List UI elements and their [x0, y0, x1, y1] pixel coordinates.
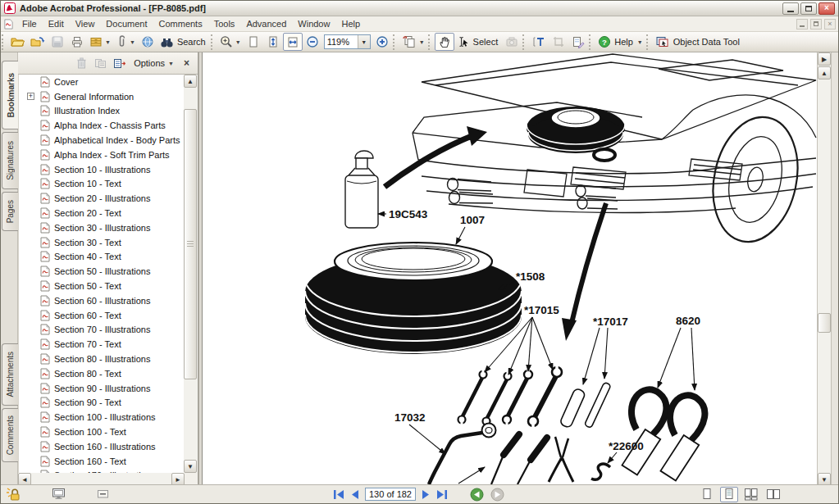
doc-restore-button[interactable]: [810, 19, 822, 30]
page-indicator[interactable]: 130 of 182: [365, 488, 416, 501]
panel-close-button[interactable]: ×: [181, 57, 192, 69]
zoom-tool-button[interactable]: ▼: [217, 33, 244, 51]
print-button[interactable]: [67, 33, 87, 51]
tab-comments[interactable]: Comments: [2, 408, 18, 462]
bookmark-item[interactable]: + Section 160 - Text: [19, 454, 185, 469]
menu-item[interactable]: Help: [335, 16, 366, 31]
last-page-button[interactable]: [435, 489, 449, 500]
bookmark-item[interactable]: + Section 10 - Text: [19, 177, 185, 192]
menu-item[interactable]: File: [16, 16, 43, 31]
collapse-pane-button[interactable]: ▶: [818, 52, 831, 66]
document-vertical-scrollbar[interactable]: ▶ ▲ ▼: [817, 52, 831, 486]
close-button[interactable]: ×: [818, 2, 835, 15]
continuous-layout-button[interactable]: [720, 487, 738, 502]
email-button[interactable]: [138, 33, 157, 51]
zoom-level-dropdown-arrow[interactable]: ▼: [358, 35, 370, 48]
menu-item[interactable]: Edit: [43, 16, 70, 31]
bookmark-item[interactable]: + Section 90 - Illustrations: [19, 381, 185, 396]
security-lock-icon[interactable]: [6, 487, 21, 502]
fit-page-button[interactable]: [263, 33, 283, 51]
bookmark-item[interactable]: + Section 160 - Illustrations: [19, 439, 185, 454]
tab-attachments[interactable]: Attachments: [2, 343, 18, 406]
touchup-text-button[interactable]: [529, 33, 549, 51]
facing-layout-button[interactable]: [764, 487, 782, 502]
bookmark-item[interactable]: + Alphabetical Index - Body Parts: [19, 133, 185, 148]
bookmark-item[interactable]: + Section 70 - Illustrations: [19, 323, 185, 338]
scroll-thumb[interactable]: [818, 313, 831, 333]
expand-bookmarks-button[interactable]: [93, 57, 107, 70]
create-pdf-button[interactable]: [28, 33, 48, 51]
zoom-in-button[interactable]: [372, 33, 392, 51]
bookmark-item[interactable]: + Section 90 - Text: [19, 396, 185, 411]
options-dropdown[interactable]: Options ▼: [131, 57, 176, 69]
bookmark-item[interactable]: + Section 60 - Illustrations: [19, 293, 185, 308]
toolbar-grip[interactable]: [2, 34, 7, 50]
toolbar-grip[interactable]: [589, 34, 595, 50]
select-tool-button[interactable]: Select: [454, 33, 503, 51]
page-size-icon[interactable]: [52, 488, 66, 502]
menu-item[interactable]: Window: [292, 16, 335, 31]
tab-bookmarks[interactable]: Bookmarks: [2, 61, 19, 129]
snapshot-tool-button[interactable]: [502, 33, 522, 51]
next-page-button[interactable]: [421, 489, 430, 500]
menu-item[interactable]: Document: [100, 16, 153, 31]
restore-button[interactable]: [800, 2, 817, 15]
next-view-button[interactable]: [490, 488, 504, 502]
bookmark-expander-icon[interactable]: +: [27, 93, 34, 100]
doc-minimize-button[interactable]: [796, 19, 808, 30]
bookmark-item[interactable]: + Section 20 - Text: [19, 206, 185, 220]
zoom-out-button[interactable]: [303, 33, 322, 51]
bookmark-item[interactable]: + Section 20 - Illustrations: [19, 191, 185, 206]
page-option-icon[interactable]: [97, 488, 109, 501]
toolbar-grip[interactable]: [646, 34, 652, 50]
help-button[interactable]: ? Help ▼: [595, 33, 645, 51]
organizer-button[interactable]: ▼: [87, 33, 113, 51]
scroll-thumb[interactable]: [184, 109, 197, 379]
object-data-tool-button[interactable]: Object Data Tool: [653, 33, 744, 51]
toolbar-grip[interactable]: [211, 34, 217, 50]
bookmark-item[interactable]: + Section 30 - Illustrations: [19, 220, 185, 235]
attach-dropdown-arrow[interactable]: ▼: [130, 39, 135, 45]
bookmark-item[interactable]: + Section 60 - Text: [19, 308, 185, 323]
bookmark-item[interactable]: + Section 80 - Illustrations: [19, 352, 185, 366]
bookmark-item[interactable]: + General Information: [19, 89, 185, 104]
bookmark-item[interactable]: + Illustration Index: [19, 104, 185, 119]
bookmarks-vertical-scrollbar[interactable]: ▲ ▼: [184, 75, 198, 473]
bookmark-item[interactable]: + Section 80 - Text: [19, 366, 185, 381]
page-navigation-dropdown-arrow[interactable]: ▼: [419, 39, 425, 45]
tab-pages[interactable]: Pages: [2, 192, 18, 231]
bookmark-item[interactable]: + Section 50 - Text: [19, 279, 185, 293]
tab-signatures[interactable]: Signatures: [2, 132, 18, 189]
minimize-button[interactable]: [782, 2, 799, 15]
scroll-down-button[interactable]: ▼: [184, 460, 197, 473]
attach-button[interactable]: ▼: [113, 33, 138, 51]
single-page-layout-button[interactable]: [698, 487, 716, 502]
expand-current-bookmark-button[interactable]: [112, 57, 126, 70]
scroll-up-button[interactable]: ▲: [184, 75, 197, 88]
hand-tool-button[interactable]: [435, 33, 454, 51]
continuous-facing-layout-button[interactable]: [742, 487, 760, 502]
bookmark-item[interactable]: + Cover: [19, 75, 185, 89]
menu-item[interactable]: Comments: [153, 16, 208, 31]
bookmark-item[interactable]: + Section 40 - Text: [19, 250, 185, 265]
toolbar-grip[interactable]: [428, 34, 434, 50]
crop-tool-button[interactable]: [549, 33, 568, 51]
previous-page-button[interactable]: [351, 489, 360, 500]
bookmark-item[interactable]: + Section 70 - Text: [19, 337, 185, 352]
save-button[interactable]: [48, 33, 67, 51]
open-button[interactable]: [8, 33, 28, 51]
previous-view-button[interactable]: [470, 488, 484, 502]
menu-item[interactable]: View: [70, 16, 101, 31]
bookmark-item[interactable]: + Section 10 - Illustrations: [19, 162, 185, 177]
form-tool-button[interactable]: [568, 33, 588, 51]
actual-size-button[interactable]: [244, 33, 263, 51]
bookmark-item[interactable]: + Section 100 - Illustrations: [19, 410, 185, 425]
first-page-button[interactable]: [332, 489, 346, 500]
bookmark-item[interactable]: + Alpha Index - Chassis Parts: [19, 118, 185, 133]
scroll-up-button[interactable]: ▲: [818, 66, 831, 79]
bookmark-item[interactable]: + Section 50 - Illustrations: [19, 264, 185, 279]
doc-close-button[interactable]: ×: [824, 19, 836, 30]
bookmark-item[interactable]: + Section 30 - Text: [19, 235, 185, 250]
page-navigation-button[interactable]: ▼: [399, 33, 427, 51]
menu-item[interactable]: Tools: [208, 16, 241, 31]
